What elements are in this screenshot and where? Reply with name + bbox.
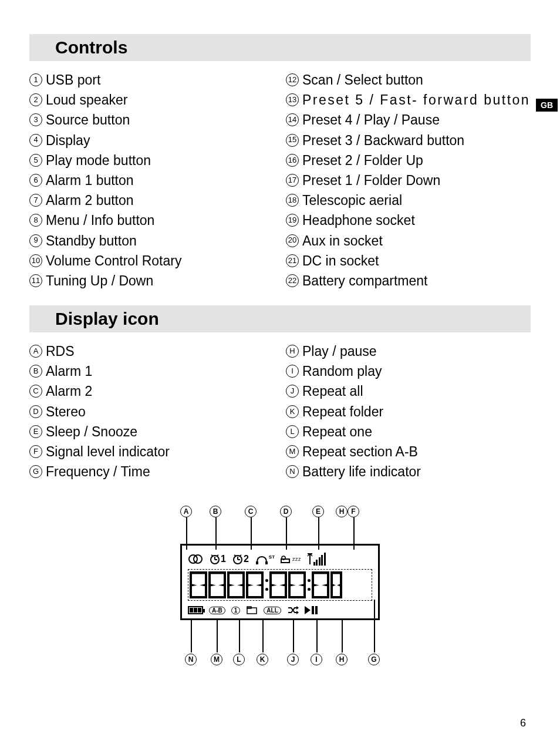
icon-item: GFrequency / Time (29, 462, 274, 481)
signal-icon (306, 553, 326, 566)
control-item: 13Preset 5 / Fast- forward button (286, 90, 531, 109)
item-letter: M (286, 445, 299, 458)
callout-i: I (311, 654, 322, 665)
item-letter: H (286, 345, 299, 358)
callout-h: H (336, 506, 348, 517)
control-item: 8Menu / Info button (29, 211, 274, 230)
control-item: 7Alarm 2 button (29, 191, 274, 210)
display-icon-heading: Display icon (29, 305, 531, 332)
icon-item: JRepeat all (286, 382, 531, 401)
repeat-one-icon: 1 (231, 607, 241, 614)
control-item: 4Display (29, 131, 274, 150)
item-number: 10 (29, 254, 42, 267)
item-letter: C (29, 385, 42, 398)
page-number: 6 (520, 717, 526, 729)
svg-line-11 (239, 555, 241, 556)
controls-list: 1USB port 2Loud speaker 3Source button 4… (29, 70, 531, 291)
item-number: 11 (29, 274, 42, 287)
svg-line-6 (217, 555, 218, 556)
item-letter: J (286, 385, 299, 398)
icon-item: HPlay / pause (286, 342, 531, 361)
battery-icon (188, 606, 203, 614)
item-letter: K (286, 405, 299, 418)
control-item: 11Tuning Up / Down (29, 271, 274, 290)
item-number: 12 (286, 73, 299, 86)
item-letter: G (29, 465, 42, 478)
svg-rect-13 (265, 561, 268, 564)
callout-m: M (211, 654, 222, 665)
item-number: 4 (29, 134, 42, 147)
icon-item: IRandom play (286, 362, 531, 381)
icon-item: MRepeat section A-B (286, 442, 531, 461)
item-number: 7 (29, 194, 42, 207)
item-number: 8 (29, 214, 42, 227)
display-icon-list: ARDS BAlarm 1 CAlarm 2 DStereo ESleep / … (29, 342, 531, 482)
callout-k: K (257, 654, 268, 665)
item-number: 19 (286, 214, 299, 227)
language-tab: GB (536, 99, 558, 112)
item-number: 18 (286, 194, 299, 207)
item-number: 5 (29, 154, 42, 167)
callout-j: J (287, 654, 299, 665)
control-item: 16Preset 2 / Folder Up (286, 151, 531, 170)
item-number: 1 (29, 73, 42, 86)
callout-g: G (368, 654, 380, 665)
item-number: 13 (286, 93, 299, 106)
control-item: 10Volume Control Rotary (29, 251, 274, 270)
icon-item: DStereo (29, 402, 274, 421)
item-number: 20 (286, 234, 299, 247)
item-number: 22 (286, 274, 299, 287)
repeat-folder-icon (246, 605, 258, 615)
callout-h: H (336, 654, 348, 665)
callout-l: L (233, 654, 245, 665)
repeat-ab-icon: A-B (209, 607, 225, 614)
item-letter: E (29, 425, 42, 438)
control-item: 18Telescopic aerial (286, 191, 531, 210)
control-item: 14Preset 4 / Play / Pause (286, 110, 531, 129)
stereo-icon: ST (255, 553, 275, 565)
callout-n: N (185, 654, 197, 665)
lcd-diagram: A B C D E F 1 2 ST z z z (29, 506, 531, 682)
icon-item: CAlarm 2 (29, 382, 274, 401)
item-number: 15 (286, 134, 299, 147)
alarm1-icon: 1 (209, 553, 226, 565)
lcd-screen: 1 2 ST z z z A-B 1 (180, 544, 380, 620)
play-pause-icon (305, 606, 318, 614)
icon-item: ARDS (29, 342, 274, 361)
control-item: 21DC in socket (286, 251, 531, 270)
control-item: 17Preset 1 / Folder Down (286, 171, 531, 190)
controls-heading: Controls (29, 34, 531, 61)
callout-e: E (312, 506, 324, 517)
callout-f: F (348, 506, 359, 517)
item-number: 6 (29, 174, 42, 187)
control-item: 9Standby button (29, 231, 274, 250)
item-letter: I (286, 365, 299, 378)
random-icon (287, 605, 299, 615)
control-item: 6Alarm 1 button (29, 171, 274, 190)
item-letter: D (29, 405, 42, 418)
item-number: 16 (286, 154, 299, 167)
control-item: 20Aux in socket (286, 231, 531, 250)
callout-c: C (245, 506, 257, 517)
control-item: 22Battery compartment (286, 271, 531, 290)
svg-line-5 (211, 555, 213, 556)
item-number: 9 (29, 234, 42, 247)
control-item: 1USB port (29, 70, 274, 89)
manual-page: GB 6 Controls 1USB port 2Loud speaker 3S… (0, 0, 560, 747)
rds-icon (188, 554, 203, 564)
item-letter: L (286, 425, 299, 438)
control-item: 3Source button (29, 110, 274, 129)
icon-item: NBattery life indicator (286, 462, 531, 481)
svg-rect-12 (256, 561, 258, 564)
icon-item: KRepeat folder (286, 402, 531, 421)
control-item: 2Loud speaker (29, 90, 274, 109)
item-letter: F (29, 445, 42, 458)
repeat-all-icon: ALL (264, 607, 281, 614)
icon-item: BAlarm 1 (29, 362, 274, 381)
icon-item: FSignal level indicator (29, 442, 274, 461)
control-item: 15Preset 3 / Backward button (286, 131, 531, 150)
control-item: 5Play mode button (29, 151, 274, 170)
callout-b: B (210, 506, 221, 517)
item-number: 2 (29, 93, 42, 106)
item-number: 17 (286, 174, 299, 187)
